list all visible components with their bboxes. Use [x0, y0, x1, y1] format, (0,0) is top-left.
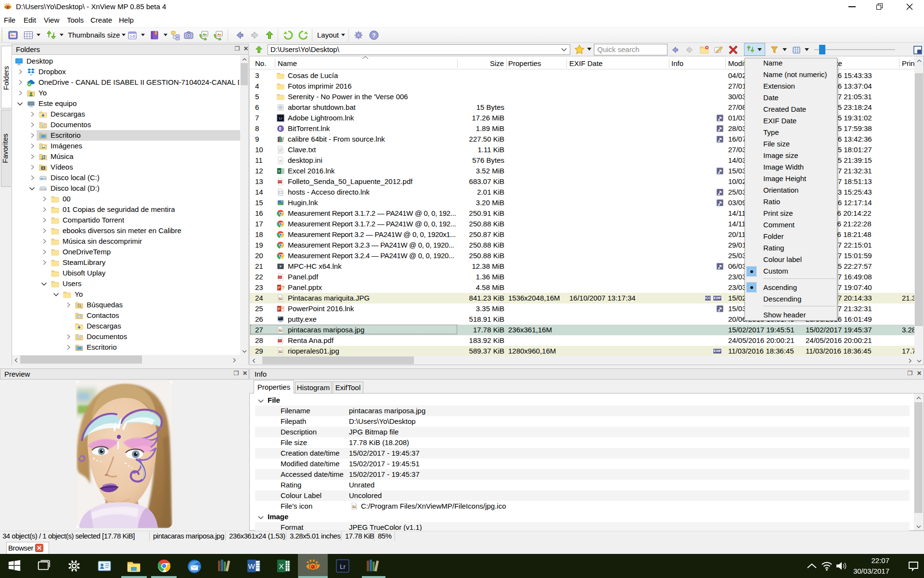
svg-text:X: X: [279, 562, 283, 570]
svg-text:1-5: 1-5: [130, 35, 135, 38]
svg-text:Lr: Lr: [340, 563, 346, 570]
svg-text:W: W: [248, 562, 255, 570]
svg-text:?: ?: [372, 32, 375, 39]
